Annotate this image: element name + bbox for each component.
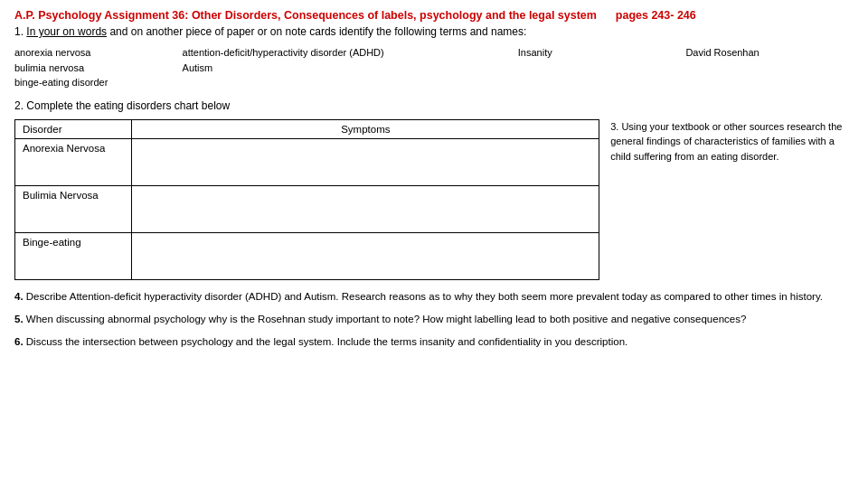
- question-5: 5. When discussing abnormal psychology w…: [14, 312, 854, 327]
- vocab-col-3: Insanity: [518, 45, 686, 90]
- vocab-item: attention-deficit/hyperactivity disorder…: [183, 45, 518, 61]
- disorders-table: Disorder Symptoms Anorexia Nervosa Bulim…: [14, 119, 599, 280]
- vocab-item: Insanity: [518, 45, 686, 61]
- disorder-cell: Binge-eating: [15, 232, 132, 279]
- table-container: Disorder Symptoms Anorexia Nervosa Bulim…: [14, 119, 854, 280]
- vocab-item: binge-eating disorder: [14, 75, 183, 90]
- symptoms-cell: [132, 138, 599, 185]
- vocab-col-4: David Rosenhan: [685, 45, 854, 90]
- col-header-symptoms: Symptoms: [132, 119, 599, 138]
- table-row: Bulimia Nervosa: [15, 185, 599, 232]
- vocab-item: bulimia nervosa: [14, 61, 183, 76]
- question-4: 4. Describe Attention-deficit hyperactiv…: [14, 289, 854, 305]
- page-title: A.P. Psychology Assignment 36: Other Dis…: [14, 9, 854, 22]
- section2-heading: 2. Complete the eating disorders chart b…: [14, 99, 854, 112]
- vocab-col-2: attention-deficit/hyperactivity disorder…: [183, 45, 518, 90]
- disorder-cell: Anorexia Nervosa: [15, 138, 132, 185]
- symptoms-cell: [132, 185, 599, 232]
- symptoms-cell: [132, 232, 599, 279]
- col-header-disorder: Disorder: [15, 119, 132, 138]
- vocab-section: anorexia nervosa bulimia nervosa binge-e…: [14, 45, 854, 90]
- side-note: 3. Using your textbook or other sources …: [610, 119, 854, 280]
- vocab-col-1: anorexia nervosa bulimia nervosa binge-e…: [14, 45, 183, 90]
- vocab-item: anorexia nervosa: [14, 45, 183, 61]
- question-6: 6. Discuss the intersection between psyc…: [14, 334, 854, 350]
- disorder-cell: Bulimia Nervosa: [15, 185, 132, 232]
- vocab-item: David Rosenhan: [685, 45, 854, 61]
- table-row: Binge-eating: [15, 232, 599, 279]
- questions-section: 4. Describe Attention-deficit hyperactiv…: [14, 289, 854, 351]
- table-row: Anorexia Nervosa: [15, 138, 599, 185]
- vocab-item: Autism: [183, 61, 518, 76]
- instruction-1: 1. In your on words and on another piece…: [14, 25, 854, 38]
